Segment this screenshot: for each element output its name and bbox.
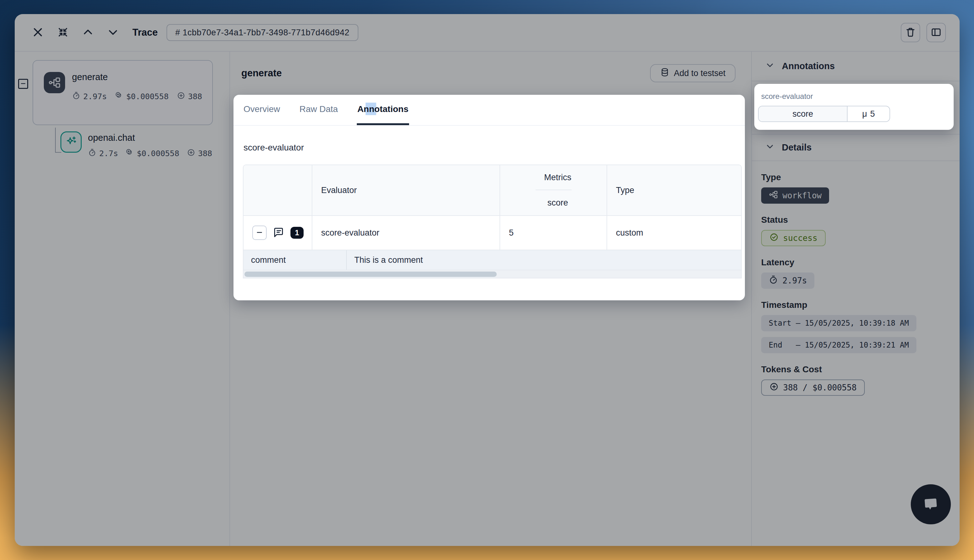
actions-column-header — [244, 165, 312, 215]
tokens-stat: 388 — [187, 148, 212, 158]
status-group: Status success — [761, 215, 960, 246]
support-chat-button[interactable] — [911, 484, 951, 524]
topbar: Trace # 1cbb70e7-34a1-7bb7-3498-771b7d46… — [15, 14, 960, 52]
tab-overview[interactable]: Overview — [243, 95, 281, 125]
cost-stat: $0.000558 — [115, 92, 168, 102]
sidebar-layout-icon — [931, 27, 942, 39]
comment-key-cell: comment — [244, 250, 347, 270]
start-timestamp-badge: Start – 15/05/2025, 10:39:18 AM — [761, 315, 916, 331]
chevron-down-icon — [765, 60, 775, 72]
close-button[interactable] — [30, 24, 46, 41]
metric-name: score — [759, 107, 847, 122]
details-panel: Annotations score-evaluator score μ 5 — [751, 52, 960, 546]
status-label: Status — [761, 215, 960, 225]
details-accordion-header[interactable]: Details — [752, 135, 960, 161]
collapse-comment-toggle[interactable] — [252, 225, 267, 240]
tree-node-openai-chat[interactable]: openai.chat 2.7s $0.000558 — [60, 132, 217, 172]
metric-mean-value: μ 5 — [847, 107, 889, 122]
close-icon — [32, 26, 44, 39]
comment-value-cell: This is a comment — [347, 250, 742, 270]
mu-symbol: μ — [862, 109, 867, 119]
stopwatch-icon — [769, 275, 778, 286]
workflow-icon — [44, 72, 65, 93]
next-span-button[interactable] — [105, 24, 121, 41]
node-stats: 2.97s $0.000558 388 — [72, 92, 202, 102]
toggle-panel-button[interactable] — [926, 23, 946, 42]
collapse-icon — [57, 26, 69, 39]
drawer-title: Trace — [132, 27, 158, 38]
tree-connector — [55, 128, 56, 153]
coins-icon — [125, 148, 134, 158]
end-timestamp-badge: End – 15/05/2025, 10:39:21 AM — [761, 337, 916, 353]
latency-badge: 2.97s — [761, 272, 814, 289]
tree-node-generate[interactable]: generate 2.97s $0.000558 — [33, 60, 213, 125]
row-actions-cell: 1 — [244, 216, 312, 250]
latency-label: Latency — [761, 257, 960, 267]
delete-trace-button[interactable] — [901, 23, 920, 42]
minus-icon — [20, 81, 26, 87]
collapse-node-toggle[interactable] — [18, 79, 28, 89]
latency-stat: 2.97s — [72, 92, 107, 102]
annotation-summary-card: score-evaluator score μ 5 — [754, 84, 954, 130]
span-tree: generate 2.97s $0.000558 — [15, 52, 230, 546]
timestamp-group: Timestamp Start – 15/05/2025, 10:39:18 A… — [761, 300, 960, 353]
trace-drawer: Trace # 1cbb70e7-34a1-7bb7-3498-771b7d46… — [15, 14, 960, 546]
trace-id-badge: # 1cbb70e7-34a1-7bb7-3498-771b7d46d942 — [167, 24, 358, 41]
annotations-accordion-header[interactable]: Annotations — [752, 52, 960, 81]
span-detail-header: generate Add to testset — [230, 52, 751, 95]
status-badge: success — [761, 230, 826, 246]
type-column-header: Type — [607, 165, 742, 215]
page-background: Trace # 1cbb70e7-34a1-7bb7-3498-771b7d46… — [0, 0, 974, 560]
plus-circle-icon — [769, 382, 779, 393]
type-badge: workflow — [761, 187, 829, 204]
metrics-column-header: Metrics score — [500, 165, 607, 215]
metrics-header-label: Metrics — [535, 165, 572, 190]
node-name: generate — [72, 72, 108, 82]
topbar-actions — [901, 23, 946, 42]
type-cell: custom — [607, 216, 742, 250]
table-row: 1 score-evaluator 5 custom — [244, 215, 741, 250]
scrollbar-thumb[interactable] — [244, 272, 497, 277]
chevron-down-icon — [107, 26, 119, 39]
check-circle-icon — [769, 232, 779, 244]
annotation-evaluator-name: score-evaluator — [761, 92, 813, 101]
comment-button[interactable] — [272, 226, 285, 240]
tab-annotations[interactable]: Annotations — [357, 95, 409, 125]
comment-count-badge: 1 — [290, 227, 304, 239]
evaluator-column-header: Evaluator — [312, 165, 500, 215]
cost-stat: $0.000558 — [125, 148, 179, 158]
annotations-table: Evaluator Metrics score Type — [243, 165, 742, 278]
score-metric-pill: score μ 5 — [758, 106, 890, 122]
prev-span-button[interactable] — [80, 24, 96, 41]
span-detail: generate Add to testset O — [230, 52, 751, 546]
workflow-icon — [769, 190, 778, 201]
type-label: Type — [761, 172, 960, 182]
span-title: generate — [241, 68, 282, 79]
tokens-cost-badge: 388 / $0.000558 — [761, 380, 865, 396]
sparkles-icon — [60, 132, 82, 153]
evaluator-cell: score-evaluator — [312, 216, 500, 250]
collapse-button[interactable] — [55, 24, 71, 41]
tokens-stat: 388 — [177, 92, 202, 102]
annotations-card: Overview Raw Data Annotations score-eval… — [233, 95, 745, 300]
latency-group: Latency 2.97s — [761, 257, 960, 289]
plus-circle-icon — [177, 92, 185, 102]
database-icon — [660, 68, 669, 79]
coins-icon — [115, 92, 123, 102]
comment-subrow: comment This is a comment — [244, 250, 741, 270]
trash-icon — [905, 27, 916, 39]
latency-stat: 2.7s — [88, 148, 118, 158]
score-cell: 5 — [500, 216, 607, 250]
stopwatch-icon — [72, 92, 80, 102]
metric-score-label: score — [539, 190, 568, 215]
tab-raw-data[interactable]: Raw Data — [299, 95, 339, 125]
node-stats: 2.7s $0.000558 388 — [88, 148, 212, 158]
chevron-up-icon — [82, 26, 94, 39]
mean-value: 5 — [870, 109, 875, 119]
table-header-row: Evaluator Metrics score Type — [244, 165, 741, 215]
stopwatch-icon — [88, 148, 97, 158]
evaluator-section-title: score-evaluator — [244, 143, 745, 153]
add-to-testset-button[interactable]: Add to testset — [650, 64, 736, 82]
timestamp-label: Timestamp — [761, 300, 960, 310]
minus-icon — [256, 229, 263, 237]
